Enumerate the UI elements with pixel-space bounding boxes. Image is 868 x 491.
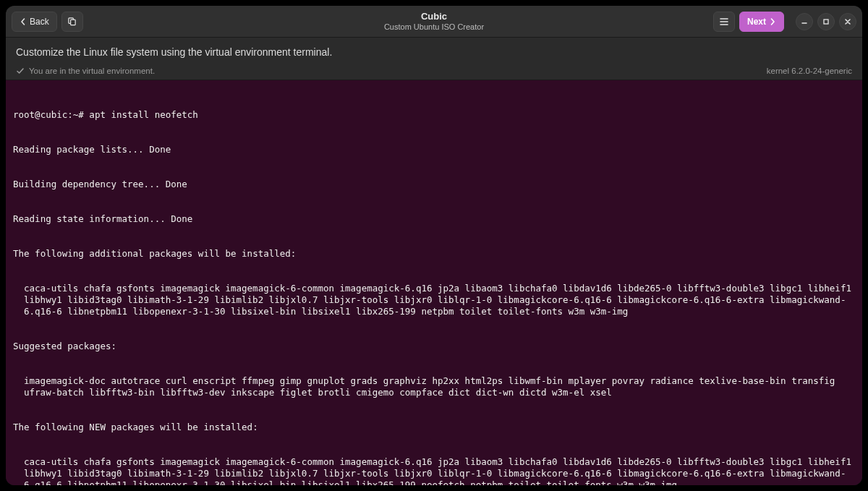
window-close-button[interactable] <box>839 13 856 30</box>
back-button[interactable]: Back <box>12 12 57 32</box>
terminal-line: Reading state information... Done <box>13 213 855 225</box>
terminal-line: Suggested packages: <box>13 341 855 352</box>
terminal-new-packages: caca-utils chafa gsfonts imagemagick ima… <box>13 456 855 485</box>
terminal-line: The following additional packages will b… <box>13 248 855 260</box>
window-maximize-button[interactable] <box>817 13 835 30</box>
kernel-version: kernel 6.2.0-24-generic <box>767 67 852 75</box>
terminal-line: The following NEW packages will be insta… <box>13 422 855 433</box>
terminal-prompt: root@cubic:~# apt install neofetch <box>13 109 855 121</box>
chevron-left-icon <box>20 18 27 25</box>
terminal-additional-packages: caca-utils chafa gsfonts imagemagick ima… <box>13 283 855 317</box>
svg-rect-1 <box>71 20 76 25</box>
hamburger-menu-button[interactable] <box>713 12 735 32</box>
next-button[interactable]: Next <box>739 12 784 32</box>
maximize-icon <box>822 18 830 25</box>
chevron-right-icon <box>769 18 776 25</box>
svg-rect-6 <box>824 20 828 24</box>
window-minimize-button[interactable] <box>796 13 813 30</box>
terminal-line: Reading package lists... Done <box>13 144 855 155</box>
copy-button[interactable] <box>61 12 83 32</box>
minimize-icon <box>801 18 808 25</box>
hamburger-icon <box>719 17 729 26</box>
next-button-label: Next <box>747 17 766 27</box>
check-icon <box>16 67 25 75</box>
app-window: Back Cubic Custom Ubuntu ISO Creator <box>6 6 862 485</box>
titlebar: Back Cubic Custom Ubuntu ISO Creator <box>6 6 862 38</box>
environment-status-text: You are in the virtual environment. <box>29 67 155 75</box>
terminal[interactable]: root@cubic:~# apt install neofetch Readi… <box>6 80 862 485</box>
terminal-suggested-packages: imagemagick-doc autotrace curl enscript … <box>13 375 855 398</box>
back-button-label: Back <box>30 17 49 27</box>
close-icon <box>844 18 851 25</box>
page-instruction: Customize the Linux file system using th… <box>6 38 862 64</box>
terminal-line: Building dependency tree... Done <box>13 179 855 190</box>
copy-icon <box>67 17 77 26</box>
environment-status-bar: You are in the virtual environment. kern… <box>6 64 862 80</box>
